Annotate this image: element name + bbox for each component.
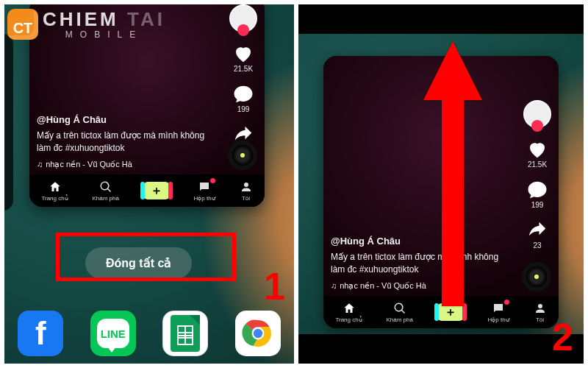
tiktok-caption-text: Mấy a trên tictox làm được mà mình không… — [331, 251, 514, 276]
profile-icon — [240, 180, 253, 194]
nav-profile[interactable]: Tôi — [534, 302, 547, 323]
profile-icon — [534, 302, 547, 315]
nav-home[interactable]: Trang chủ — [335, 302, 362, 323]
inbox-icon — [198, 180, 211, 194]
plus-icon: ＋ — [445, 305, 456, 320]
chrome-icon — [238, 314, 278, 353]
watermark-subtitle: MOBILE — [43, 30, 165, 39]
watermark-badge: CT — [7, 9, 38, 40]
tiktok-author-avatar[interactable] — [523, 100, 551, 128]
comment-count: 199 — [526, 201, 548, 209]
nav-discover-label: Khám phá — [387, 316, 413, 323]
nav-discover[interactable]: Khám phá — [387, 302, 413, 323]
search-icon — [99, 180, 112, 194]
tiktok-music-title: nhạc nền - Vũ Quốc Hà — [340, 280, 426, 291]
comment-button[interactable]: 199 — [526, 179, 548, 209]
tiktok-action-sidebar: 21.5K 199 23 — [520, 100, 554, 250]
tiktok-music-row[interactable]: ♫ nhạc nền - Vũ Quốc Hà — [37, 159, 220, 170]
comment-icon — [232, 83, 254, 105]
app-icon-line[interactable]: LINE — [90, 311, 136, 356]
notification-dot — [504, 300, 509, 305]
nav-inbox[interactable]: Hộp thư — [194, 180, 215, 202]
tiktok-author-avatar[interactable] — [229, 4, 257, 32]
nav-discover-label: Khám phá — [93, 195, 119, 202]
comment-button[interactable]: 199 — [232, 83, 254, 113]
statusbar-blackout — [298, 4, 584, 34]
nav-inbox[interactable]: Hộp thư — [488, 302, 509, 323]
bottombar-blackout — [298, 334, 584, 364]
nav-home-label: Trang chủ — [41, 195, 68, 202]
home-dock: f LINE — [4, 308, 294, 359]
nav-home-label: Trang chủ — [335, 316, 362, 323]
nav-create-button[interactable]: ＋ — [143, 182, 170, 199]
step-number-1: 1 — [264, 264, 285, 308]
nav-discover[interactable]: Khám phá — [93, 180, 119, 202]
nav-profile[interactable]: Tôi — [240, 180, 253, 202]
tiktok-action-sidebar: 21.5K 199 23 — [226, 4, 260, 154]
watermark-logo: CT CHIEM TAI MOBILE — [7, 9, 165, 40]
like-count: 21.5K — [526, 160, 548, 169]
recent-app-card-peek[interactable] — [4, 34, 13, 210]
notification-dot — [210, 178, 215, 183]
tutorial-step-2-panel: 21.5K 199 23 @Hùng Á Châu Mấy a trên tic… — [298, 4, 584, 364]
inbox-icon — [492, 302, 505, 315]
tiktok-caption-block: @Hùng Á Châu Mấy a trên tictox làm được … — [331, 235, 514, 291]
share-count: 23 — [526, 241, 548, 250]
watermark-brand-2: TAI — [127, 8, 165, 30]
line-label: LINE — [101, 328, 126, 340]
home-icon — [343, 302, 356, 315]
share-button[interactable]: 23 — [526, 219, 548, 250]
comment-count: 199 — [232, 105, 254, 113]
app-icon-facebook[interactable]: f — [18, 311, 63, 356]
like-count: 21.5K — [232, 65, 254, 73]
comment-icon — [526, 179, 548, 201]
tiktok-music-row[interactable]: ♫ nhạc nền - Vũ Quốc Hà — [331, 280, 514, 291]
tiktok-username[interactable]: @Hùng Á Châu — [331, 235, 514, 248]
search-icon — [393, 302, 406, 315]
music-disc-icon[interactable] — [522, 262, 551, 291]
annotation-highlight-box — [56, 233, 236, 281]
app-icon-google-sheets[interactable] — [162, 311, 208, 356]
tiktok-music-title: nhạc nền - Vũ Quốc Hà — [46, 159, 132, 170]
plus-icon: ＋ — [151, 183, 162, 199]
like-button[interactable]: 21.5K — [526, 138, 548, 169]
app-icon-chrome[interactable] — [235, 311, 281, 356]
home-icon — [49, 180, 62, 194]
tiktok-username[interactable]: @Hùng Á Châu — [37, 113, 220, 127]
step-number-2: 2 — [552, 315, 573, 359]
nav-home[interactable]: Trang chủ — [41, 180, 68, 202]
heart-icon — [526, 138, 548, 160]
nav-profile-label: Tôi — [242, 195, 250, 202]
tutorial-step-1-panel: 21.5K 199 23 @Hùng Á Châu — [4, 4, 294, 364]
nav-profile-label: Tôi — [536, 316, 544, 323]
like-button[interactable]: 21.5K — [232, 43, 254, 73]
tiktok-bottom-nav: Trang chủ Khám phá ＋ Hộp thư Tôi — [29, 174, 265, 207]
tiktok-caption-text: Mấy a trên tictox làm được mà mình không… — [37, 130, 220, 155]
music-disc-icon[interactable] — [228, 141, 257, 170]
nav-inbox-label: Hộp thư — [194, 195, 215, 202]
tiktok-caption-block: @Hùng Á Châu Mấy a trên tictox làm được … — [37, 113, 220, 170]
heart-icon — [232, 43, 254, 65]
watermark-brand-1: CHIEM — [43, 8, 119, 30]
line-bubble: LINE — [97, 319, 129, 348]
nav-inbox-label: Hộp thư — [488, 316, 509, 323]
music-note-icon: ♫ — [331, 280, 337, 291]
share-icon — [526, 219, 548, 241]
swipe-up-arrow-annotation — [423, 41, 482, 306]
music-note-icon: ♫ — [37, 159, 43, 170]
